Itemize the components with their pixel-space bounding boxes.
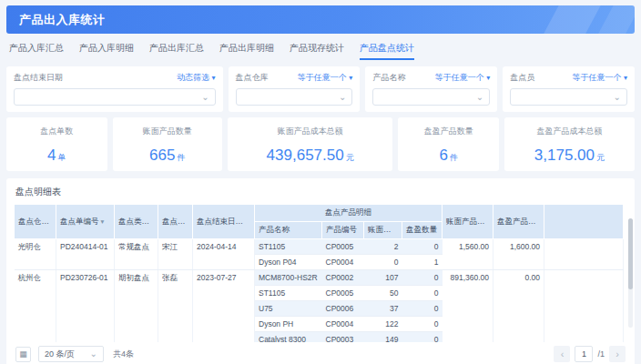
sort-icon[interactable]: ⇅ bbox=[51, 217, 56, 226]
cell-book-qty: 2 bbox=[364, 239, 402, 255]
prev-page-button[interactable]: ‹ bbox=[554, 346, 570, 362]
col-header-type[interactable]: 盘点类型⇅ bbox=[115, 205, 158, 239]
cell-surplus-qty: 1 bbox=[402, 255, 443, 270]
cell-order-no: PD240414-01 bbox=[56, 239, 115, 270]
summary-card-label: 盘盈产品成本总额 bbox=[504, 126, 635, 137]
cell-book-total: 1,560.00 bbox=[443, 239, 493, 270]
pagination-bar: ▦ 20 条/页 ⌄ 共4条 ‹ 1 /1 › bbox=[6, 342, 635, 364]
filter-dropdown-icon[interactable]: ▾ bbox=[101, 217, 105, 226]
cell-surplus-qty: 0 bbox=[402, 270, 443, 286]
col-header-person[interactable]: 盘点员⇅ bbox=[158, 205, 193, 239]
cell-product-code: CP0005 bbox=[322, 286, 364, 301]
sort-icon[interactable]: ⇅ bbox=[245, 217, 250, 226]
filter-select[interactable]: ⌄ bbox=[236, 88, 353, 106]
filter-label: 盘点仓库 bbox=[236, 72, 269, 84]
tab-产品入库明细[interactable]: 产品入库明细 bbox=[79, 42, 134, 60]
cell-product-name: ST1105 bbox=[255, 239, 322, 255]
summary-value-number: 439,657.50 bbox=[267, 147, 344, 164]
cell-book-qty: 50 bbox=[364, 286, 402, 301]
detail-table-card: 盘点明细表 盘点仓库⇅ 盘点单编号▾ 盘点类型⇅ 盘点员⇅ 盘点结束日期⇅ 盘点… bbox=[6, 178, 635, 364]
cell-product-code: CP0004 bbox=[322, 317, 364, 332]
next-icon: › bbox=[616, 349, 619, 359]
sort-icon[interactable]: ⇅ bbox=[188, 217, 193, 226]
filter-select[interactable]: ⌄ bbox=[510, 88, 627, 106]
filter-bar: 盘点结束日期动态筛选 ▾⌄盘点仓库等于任意一个 ▾⌄产品名称等于任意一个 ▾⌄盘… bbox=[6, 66, 635, 112]
page-size-select[interactable]: 20 条/页 ⌄ bbox=[38, 346, 104, 362]
summary-card-账面产品成本总额: 账面产品成本总额439,657.50元 bbox=[228, 117, 393, 171]
summary-value-number: 665 bbox=[149, 147, 175, 164]
tab-产品入库汇总[interactable]: 产品入库汇总 bbox=[9, 42, 64, 60]
cell-product-code: CP0004 bbox=[322, 255, 364, 270]
cell-surplus-qty: 0 bbox=[402, 286, 443, 301]
filter-operator-link[interactable]: 等于任意一个 ▾ bbox=[435, 72, 491, 84]
dropdown-icon: ▾ bbox=[624, 74, 627, 82]
current-page-number: 1 bbox=[582, 349, 586, 359]
col-header-surplus-total[interactable]: 盘盈产品售价总额(元)⇅ bbox=[493, 205, 544, 239]
filter-label: 盘点结束日期 bbox=[14, 72, 63, 84]
filter-card-盘点结束日期: 盘点结束日期动态筛选 ▾⌄ bbox=[6, 66, 223, 112]
cell-surplus-qty: 0 bbox=[402, 317, 443, 332]
summary-value-number: 3,175.00 bbox=[534, 147, 595, 164]
next-page-button[interactable]: › bbox=[609, 346, 626, 362]
page-title: 产品出入库统计 bbox=[6, 12, 106, 28]
vertical-scrollbar[interactable] bbox=[628, 218, 633, 328]
col-header-order-no[interactable]: 盘点单编号▾ bbox=[56, 205, 115, 239]
page-size-value: 20 条/页 bbox=[45, 349, 75, 360]
filter-select[interactable]: ⌄ bbox=[372, 88, 490, 106]
col-header-book-qty[interactable]: 账面数量 bbox=[364, 222, 402, 239]
cell-book-qty: 37 bbox=[364, 301, 402, 317]
scrollbar-thumb[interactable] bbox=[628, 218, 633, 289]
col-header-product-code[interactable]: 产品编号 bbox=[322, 222, 364, 239]
col-header-end-date[interactable]: 盘点结束日期⇅ bbox=[193, 205, 255, 239]
filter-label: 盘点员 bbox=[510, 72, 534, 84]
summary-card-盘盈产品数量: 盘盈产品数量6件 bbox=[398, 117, 499, 171]
sort-icon[interactable]: ⇅ bbox=[151, 217, 157, 226]
table-row: 杭州仓PD230726-01期初盘点张磊2023-07-27MCM8700-HS… bbox=[15, 270, 624, 286]
banner-decoration bbox=[534, 5, 605, 34]
tab-产品现存统计[interactable]: 产品现存统计 bbox=[290, 42, 344, 60]
page-header-banner: 产品出入库统计 bbox=[6, 5, 635, 34]
prev-icon: ‹ bbox=[561, 349, 565, 359]
summary-card-value: 665件 bbox=[113, 147, 222, 165]
filter-header: 产品名称等于任意一个 ▾ bbox=[372, 72, 490, 84]
chevron-down-icon: ⌄ bbox=[90, 350, 97, 358]
chevron-down-icon: ⌄ bbox=[201, 94, 209, 101]
cell-product-name: ST1105 bbox=[255, 286, 322, 301]
filter-operator-link[interactable]: 动态筛选 ▾ bbox=[177, 72, 216, 84]
summary-card-value: 439,657.50元 bbox=[228, 147, 393, 165]
stocktake-table: 盘点仓库⇅ 盘点单编号▾ 盘点类型⇅ 盘点员⇅ 盘点结束日期⇅ 盘点产品明细 账… bbox=[14, 204, 624, 364]
col-header-product-name[interactable]: 产品名称 bbox=[255, 222, 322, 239]
tab-产品出库汇总[interactable]: 产品出库汇总 bbox=[149, 42, 204, 60]
tab-产品出库明细[interactable]: 产品出库明细 bbox=[219, 42, 274, 60]
cell-filler bbox=[544, 239, 624, 270]
current-page-box[interactable]: 1 bbox=[575, 346, 593, 362]
col-header-warehouse[interactable]: 盘点仓库⇅ bbox=[15, 205, 56, 239]
summary-card-盘点单数: 盘点单数4单 bbox=[6, 117, 107, 171]
cell-warehouse: 光明仓 bbox=[15, 239, 56, 270]
col-header-surplus-qty[interactable]: 盘盈数量 bbox=[402, 222, 443, 239]
total-count-label: 共4条 bbox=[113, 349, 134, 360]
col-header-book-total[interactable]: 账面产品售价总额(元)⇅ bbox=[443, 205, 493, 239]
summary-value-unit: 单 bbox=[57, 153, 66, 162]
cell-product-name: Dyson PH bbox=[255, 317, 322, 332]
filter-operator-link[interactable]: 等于任意一个 ▾ bbox=[298, 72, 353, 84]
col-group-header-product-detail: 盘点产品明细 bbox=[255, 205, 443, 222]
filter-select[interactable]: ⌄ bbox=[14, 88, 216, 106]
summary-value-unit: 件 bbox=[450, 153, 458, 162]
summary-card-label: 盘点单数 bbox=[6, 126, 107, 137]
cell-end-date: 2024-04-14 bbox=[193, 239, 255, 270]
cell-product-name: Dyson P04 bbox=[255, 255, 322, 270]
filter-operator-link[interactable]: 等于任意一个 ▾ bbox=[572, 72, 627, 84]
filter-card-盘点员: 盘点员等于任意一个 ▾⌄ bbox=[503, 66, 635, 112]
cell-book-qty: 0 bbox=[364, 255, 402, 270]
cell-surplus-qty: 0 bbox=[402, 239, 443, 255]
cell-surplus-qty: 0 bbox=[402, 301, 443, 317]
summary-card-label: 账面产品数量 bbox=[113, 126, 222, 137]
summary-card-账面产品数量: 账面产品数量665件 bbox=[113, 117, 222, 171]
summary-value-number: 4 bbox=[47, 147, 56, 164]
column-settings-button[interactable]: ▦ bbox=[15, 347, 31, 362]
filter-card-产品名称: 产品名称等于任意一个 ▾⌄ bbox=[365, 66, 497, 112]
summary-value-unit: 元 bbox=[346, 153, 354, 162]
cell-book-qty: 122 bbox=[364, 317, 402, 332]
tab-产品盘点统计[interactable]: 产品盘点统计 bbox=[360, 42, 414, 60]
